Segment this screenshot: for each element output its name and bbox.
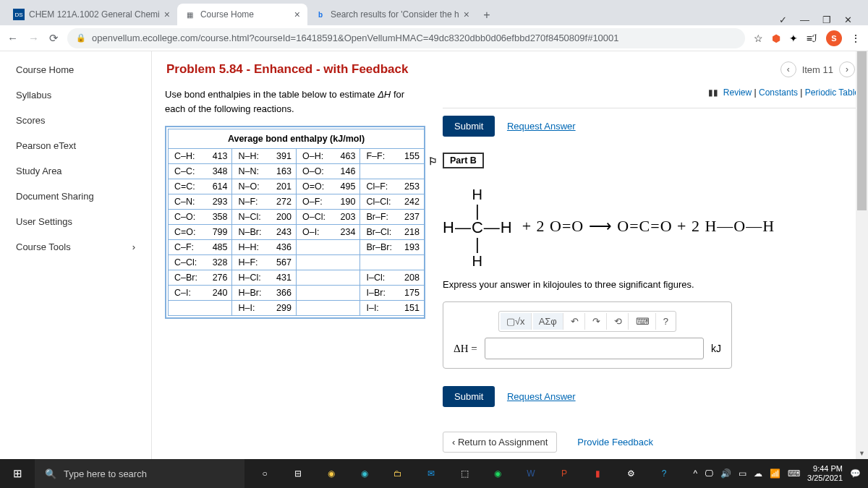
table-cell: C=O: 799 <box>169 225 232 240</box>
answer-input[interactable] <box>485 338 704 359</box>
notifications-icon[interactable]: 💬 <box>850 468 861 479</box>
minimize-icon[interactable]: — <box>800 14 809 25</box>
sidebar-item-scores[interactable]: Scores <box>0 108 151 133</box>
start-button[interactable]: ⊞ <box>0 459 35 488</box>
toolbar-symbols[interactable]: ΑΣφ <box>533 313 563 330</box>
settings-icon[interactable]: ⚙ <box>616 459 645 488</box>
dropbox-icon[interactable]: ⬚ <box>450 459 479 488</box>
table-cell <box>296 255 359 270</box>
item-label: Item 11 <box>802 64 833 75</box>
word-icon[interactable]: W <box>516 459 545 488</box>
profile-avatar[interactable]: S <box>826 30 842 46</box>
problem-title: Problem 5.84 - Enhanced - with Feedback <box>166 62 408 77</box>
tab-title: CHEM 121A.1002 General Chemi <box>29 9 160 20</box>
tray-display-icon[interactable]: 🖵 <box>705 468 713 479</box>
request-answer-link[interactable]: Request Answer <box>507 121 576 132</box>
close-icon[interactable]: × <box>294 9 300 20</box>
course-sidebar: Course Home Syllabus Scores Pearson eTex… <box>0 51 152 459</box>
table-cell: O–H: 463 <box>296 149 359 164</box>
tray-battery-icon[interactable]: ▭ <box>739 468 746 479</box>
browser-tab[interactable]: ▦Course Home× <box>177 4 307 25</box>
file-explorer-icon[interactable]: 🗀 <box>383 459 412 488</box>
tray-cloud-icon[interactable]: ☁ <box>754 468 762 479</box>
taskbar-clock[interactable]: 9:44 PM3/25/2021 <box>807 464 843 483</box>
browser-tab-strip: DSCHEM 121A.1002 General Chemi× ▦Course … <box>0 0 868 25</box>
reaction-equation: H|H—C—H|H + 2 O=O ⟶ O=C=O + 2 H—O—H <box>443 186 859 269</box>
browser-tab[interactable]: DSCHEM 121A.1002 General Chemi× <box>6 4 177 25</box>
periodic-table-link[interactable]: Periodic Table <box>805 87 859 98</box>
extension-icon[interactable]: ✦ <box>789 33 798 44</box>
toolbar-redo[interactable]: ↷ <box>587 313 607 330</box>
sidebar-item-syllabus[interactable]: Syllabus <box>0 82 151 108</box>
vertical-scrollbar[interactable]: ▲ ▼ <box>856 51 868 459</box>
request-answer-link[interactable]: Request Answer <box>507 391 576 402</box>
edge-icon[interactable]: ◉ <box>350 459 379 488</box>
toolbar-undo[interactable]: ↶ <box>565 313 585 330</box>
scroll-down-arrow[interactable]: ▼ <box>856 447 868 459</box>
sidebar-item-study-area[interactable]: Study Area <box>0 158 151 184</box>
cortana-icon[interactable]: ○ <box>250 459 279 488</box>
constants-link[interactable]: Constants <box>759 87 798 98</box>
problem-statement-panel: Use bond enthalpies in the table below t… <box>165 87 425 459</box>
tray-wifi-icon[interactable]: 📶 <box>770 468 780 479</box>
help-icon[interactable]: ? <box>650 459 678 488</box>
menu-icon[interactable]: ⋮ <box>851 33 861 44</box>
close-icon[interactable]: × <box>464 9 469 20</box>
toolbar-keyboard[interactable]: ⌨ <box>630 313 656 330</box>
provide-feedback-link[interactable]: Provide Feedback <box>577 437 653 448</box>
camera-icon[interactable]: ▮ <box>583 459 612 488</box>
sidebar-item-user-settings[interactable]: User Settings <box>0 209 151 234</box>
maximize-icon[interactable]: ❐ <box>822 14 831 25</box>
browser-tab[interactable]: bSearch results for 'Consider the h× <box>307 4 477 25</box>
scrollbar-thumb[interactable] <box>857 51 867 210</box>
sidebar-item-etext[interactable]: Pearson eText <box>0 133 151 158</box>
favicon: b <box>315 9 326 20</box>
new-tab-button[interactable]: + <box>477 5 497 25</box>
extension-icon[interactable]: ⬢ <box>772 33 780 44</box>
tray-chevron-icon[interactable]: ^ <box>693 468 697 479</box>
submit-button[interactable]: Submit <box>443 116 495 137</box>
table-cell: O–O: 146 <box>296 164 359 179</box>
chrome-icon[interactable]: ◉ <box>317 459 346 488</box>
sidebar-item-course-home[interactable]: Course Home <box>0 57 151 82</box>
powerpoint-icon[interactable]: P <box>550 459 579 488</box>
forward-icon[interactable]: → <box>28 32 39 45</box>
reload-icon[interactable]: ⟳ <box>49 32 59 45</box>
spotify-icon[interactable]: ◉ <box>483 459 512 488</box>
review-link[interactable]: Review <box>723 87 752 98</box>
table-cell: N–H: 391 <box>232 149 296 164</box>
task-view-icon[interactable]: ⊟ <box>284 459 312 488</box>
table-cell: I–Br: 175 <box>360 286 424 301</box>
star-icon[interactable]: ☆ <box>754 33 763 44</box>
next-item-button[interactable]: › <box>839 61 855 77</box>
return-to-assignment-button[interactable]: ‹ Return to Assignment <box>443 432 557 453</box>
toolbar-reset[interactable]: ⟲ <box>608 313 629 330</box>
sidebar-item-course-tools[interactable]: Course Tools› <box>0 234 151 260</box>
window-controls: ✓ — ❐ ✕ <box>769 14 862 25</box>
submit-button[interactable]: Submit <box>443 386 495 407</box>
unit-label: kJ <box>711 343 721 354</box>
table-cell: N–N: 163 <box>232 164 296 179</box>
table-cell: O–I: 234 <box>296 225 359 240</box>
mail-icon[interactable]: ✉ <box>417 459 446 488</box>
table-cell: H–I: 299 <box>232 301 296 316</box>
reading-list-icon[interactable]: ≡ℐ <box>807 33 817 44</box>
prev-item-button[interactable]: ‹ <box>780 61 796 77</box>
pause-icon[interactable]: ▮▮ <box>708 87 718 98</box>
answer-panel: ▮▮ Review | Constants | Periodic Table S… <box>443 87 859 459</box>
flag-icon[interactable]: ⚐ <box>428 155 438 167</box>
close-window-icon[interactable]: ✕ <box>844 14 852 25</box>
tray-volume-icon[interactable]: 🔊 <box>720 468 731 479</box>
address-bar[interactable]: 🔒 openvellum.ecollege.com/course.html?co… <box>67 28 745 48</box>
back-icon[interactable]: ← <box>7 32 18 45</box>
toolbar-help[interactable]: ? <box>658 313 674 330</box>
taskbar-search[interactable]: 🔍 Type here to search <box>35 459 244 488</box>
table-cell: C–C: 348 <box>169 164 232 179</box>
part-label[interactable]: ⚐Part B <box>443 153 484 168</box>
sidebar-item-doc-sharing[interactable]: Document Sharing <box>0 184 151 209</box>
tray-input-icon[interactable]: ⌨ <box>788 468 800 479</box>
toolbar-templates[interactable]: ▢√x <box>501 313 532 330</box>
favicon: DS <box>13 9 25 20</box>
table-cell: N–F: 272 <box>232 194 296 210</box>
close-icon[interactable]: × <box>164 9 170 20</box>
